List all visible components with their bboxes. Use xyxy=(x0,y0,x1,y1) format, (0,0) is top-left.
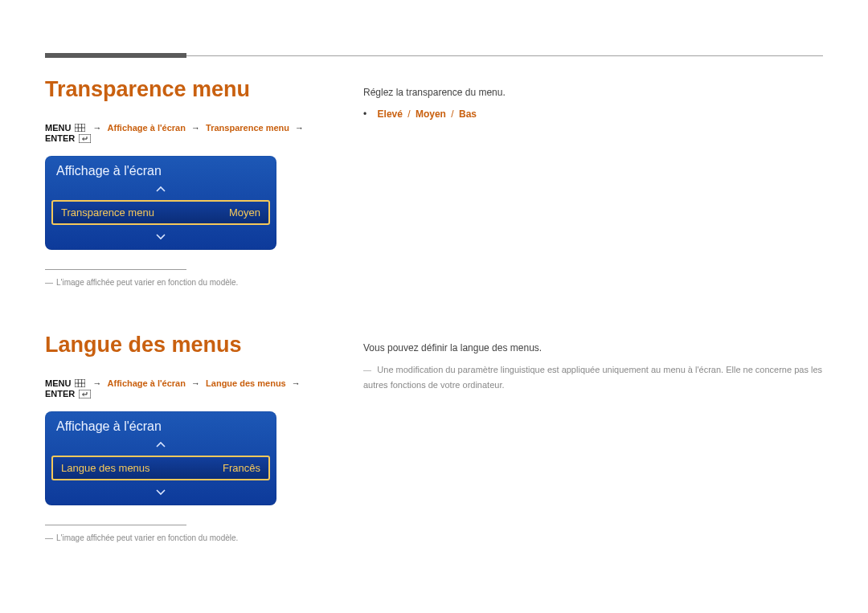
menu-grid-icon xyxy=(75,379,85,389)
enter-label: ENTER xyxy=(45,133,75,143)
nav-path-language: MENU → Affichage à l'écran → Langue des … xyxy=(45,378,334,400)
nav-path-transparency: MENU → Affichage à l'écran → Transparenc… xyxy=(45,123,334,145)
chevron-down-icon xyxy=(155,232,166,240)
osd-down-control[interactable] xyxy=(45,480,276,505)
menu-grid-icon xyxy=(75,124,85,133)
right-col-language: Vous pouvez définir la langue des menus.… xyxy=(363,341,823,394)
option-value: Elevé xyxy=(378,108,403,120)
footnote-language: ―L'image affichée peut varier en fonctio… xyxy=(45,533,334,542)
osd-selected-row[interactable]: Langue des menus Francês xyxy=(51,456,270,480)
footnote-text: L'image affichée peut varier en fonction… xyxy=(56,533,238,542)
footnote-divider xyxy=(45,525,186,525)
arrow-icon: → xyxy=(295,123,304,133)
enter-label: ENTER xyxy=(45,389,75,398)
chevron-up-icon xyxy=(155,441,166,449)
footnote-divider xyxy=(45,269,186,270)
arrow-icon: → xyxy=(93,123,102,133)
section-title-language: Langue des menus xyxy=(45,333,334,358)
dash-icon xyxy=(363,370,371,371)
section-title-transparency: Transparence menu xyxy=(45,77,334,102)
osd-selected-row[interactable]: Transparence menu Moyen xyxy=(51,200,270,225)
description-text: Réglez la transparence du menu. xyxy=(363,85,823,100)
right-col-transparency: Réglez la transparence du menu. • Elevé … xyxy=(363,85,823,122)
arrow-icon: → xyxy=(191,378,200,388)
footnote-text: L'image affichée peut varier en fonction… xyxy=(56,278,238,287)
enter-select-icon xyxy=(79,390,91,400)
option-separator: / xyxy=(407,108,410,120)
path-segment: Affichage à l'écran xyxy=(108,378,186,388)
footnote-transparency: ―L'image affichée peut varier en fonctio… xyxy=(45,278,334,287)
osd-up-control[interactable] xyxy=(45,183,276,200)
arrow-icon: → xyxy=(292,378,301,388)
osd-item-value: Francês xyxy=(223,462,260,474)
osd-panel-language: Affichage à l'écran Langue des menus Fra… xyxy=(45,411,276,505)
menu-label: MENU xyxy=(45,123,71,133)
osd-up-control[interactable] xyxy=(45,439,276,456)
description-text: Vous pouvez définir la langue des menus. xyxy=(363,341,823,356)
bullet-icon: • xyxy=(363,108,366,120)
section-tab-marker xyxy=(45,53,186,58)
note-line: Une modification du paramètre linguistiq… xyxy=(363,362,823,393)
chevron-down-icon xyxy=(155,488,166,496)
section-language: Langue des menus MENU → Affichage à l'éc… xyxy=(45,333,334,542)
option-value: Bas xyxy=(459,108,477,120)
arrow-icon: → xyxy=(93,378,102,388)
osd-item-label: Langue des menus xyxy=(61,462,150,474)
option-separator: / xyxy=(451,108,453,120)
osd-down-control[interactable] xyxy=(45,225,276,250)
chevron-up-icon xyxy=(155,186,166,194)
options-line: • Elevé / Moyen / Bas xyxy=(363,107,823,122)
enter-select-icon xyxy=(79,134,91,145)
path-segment: Langue des menus xyxy=(206,378,286,388)
path-segment: Affichage à l'écran xyxy=(108,123,186,133)
osd-item-value: Moyen xyxy=(229,206,260,219)
osd-panel-transparency: Affichage à l'écran Transparence menu Mo… xyxy=(45,156,276,250)
menu-label: MENU xyxy=(45,378,71,388)
option-value: Moyen xyxy=(416,108,446,120)
path-segment: Transparence menu xyxy=(206,123,289,133)
osd-header: Affichage à l'écran xyxy=(45,156,276,183)
section-transparency: Transparence menu MENU → Affichage à l'é… xyxy=(45,77,334,287)
arrow-icon: → xyxy=(191,123,200,133)
osd-header: Affichage à l'écran xyxy=(45,411,276,439)
note-text: Une modification du paramètre linguistiq… xyxy=(363,365,822,390)
osd-item-label: Transparence menu xyxy=(61,206,154,219)
